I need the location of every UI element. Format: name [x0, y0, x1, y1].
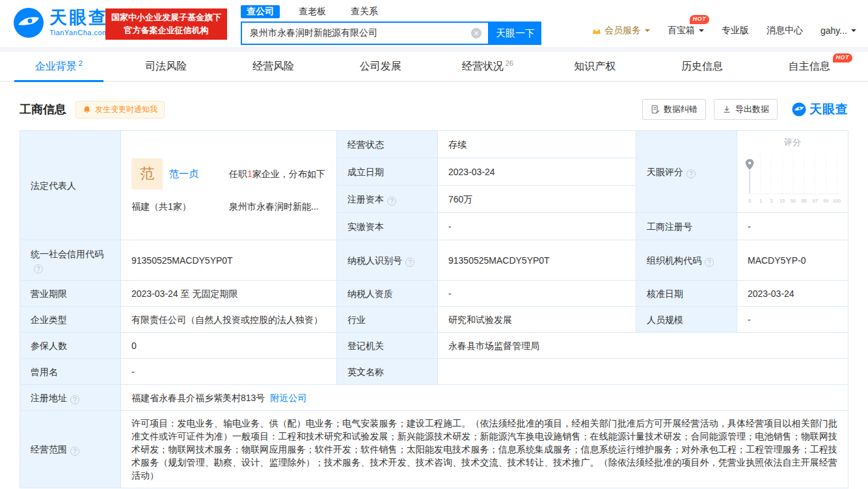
field-label-org-code: 组织机构代码 — [636, 240, 737, 281]
field-value-taxpayer-quality: - — [438, 281, 636, 307]
help-icon[interactable] — [34, 264, 43, 273]
field-label-registry-authority: 登记机关 — [337, 333, 438, 359]
crown-icon — [591, 26, 602, 35]
field-value-company-type: 有限责任公司（自然人投资或控股的法人独资） — [121, 307, 337, 333]
field-label-business-scope: 经营范围 — [20, 411, 121, 488]
field-label-business-term: 营业期限 — [20, 281, 121, 307]
field-value-legal-rep: 范 范一贞 任职1家企业，分布如下 福建（共1家） 泉州市永春润时新能... — [121, 131, 337, 240]
field-label-tianyan-score: 天眼评分 — [636, 131, 737, 213]
data-correction-button[interactable]: 数据纠错 — [642, 99, 706, 120]
certification-line-1: 国家中小企业发展子基金旗下 — [111, 11, 221, 24]
field-label-established: 成立日期 — [337, 158, 438, 186]
chevron-down-icon — [699, 29, 704, 35]
search-area: 查公司 查老板 查关系 天眼一下 — [241, 5, 541, 45]
tab-count: 2 — [79, 59, 83, 67]
section-title: 工商信息 — [20, 102, 66, 117]
svg-text:85: 85 — [802, 199, 807, 204]
tab-operating-status[interactable]: 经营状况26 — [434, 52, 541, 81]
score-marker-pin — [746, 159, 753, 193]
chevron-down-icon — [645, 29, 650, 35]
field-value-staff-size: - — [737, 307, 848, 333]
field-label-legal-rep: 法定代表人 — [20, 131, 121, 240]
legal-rep-company[interactable]: 泉州市永春润时新能... — [229, 200, 326, 213]
field-label-credit-code: 统一社会信用代码 — [20, 240, 121, 281]
score-gauge-chart: 0 1 3 15 50 85 97 99 100 — [741, 149, 847, 205]
field-label-registration-number: 工商注册号 — [636, 213, 737, 240]
download-icon — [722, 105, 731, 114]
certification-line-2: 官方备案企业征信机构 — [111, 24, 221, 37]
nav-message-center[interactable]: 消息中心 — [766, 25, 803, 36]
field-label-registered-address: 注册地址 — [20, 385, 121, 411]
svg-text:1: 1 — [759, 199, 762, 204]
business-info-table: 法定代表人 范 范一贞 任职1家企业，分布如下 福建（共1家） 泉州市永春润时新… — [20, 130, 848, 488]
field-value-business-scope: 许可项目：发电业务、输电业务、供（配）电业务；电气安装服务；建设工程施工。（依法… — [121, 411, 848, 488]
svg-text:15: 15 — [780, 199, 785, 204]
nav-member-services[interactable]: 会员服务 — [591, 25, 650, 36]
help-icon[interactable] — [686, 169, 696, 178]
legal-rep-name-link[interactable]: 范一贞 — [169, 167, 198, 180]
tianyancha-watermark: 天眼查 — [792, 101, 848, 118]
tab-judicial-risk[interactable]: 司法风险 — [113, 52, 220, 81]
search-input[interactable] — [242, 28, 471, 38]
field-label-taxpayer-quality: 纳税人资质 — [337, 281, 438, 307]
field-label-insured-count: 参保人数 — [20, 333, 121, 359]
field-label-approval-date: 核准日期 — [636, 281, 737, 307]
main-content: 工商信息 发生变更时通知我 数据纠错 — [0, 99, 868, 488]
field-label-company-type: 企业类型 — [20, 307, 121, 333]
watermark-brand-name: 天眼查 — [809, 101, 848, 118]
svg-text:100: 100 — [833, 199, 841, 204]
clear-search-icon[interactable] — [471, 28, 481, 38]
svg-text:97: 97 — [813, 199, 818, 204]
tab-operational-risk[interactable]: 经营风险 — [220, 52, 327, 81]
nav-pro-version[interactable]: 专业版 — [722, 25, 749, 36]
score-chart-title: 评分 — [741, 136, 844, 149]
help-icon[interactable] — [70, 395, 79, 404]
tab-self-info[interactable]: 自主信息 HOT — [755, 52, 863, 81]
tab-history-info[interactable]: 历史信息 — [649, 52, 756, 81]
search-box — [241, 21, 489, 45]
field-value-registered-address: 福建省永春县介福乡紫美村813号 附近公司 — [121, 385, 848, 411]
svg-text:0: 0 — [748, 199, 751, 204]
help-icon[interactable] — [705, 258, 714, 267]
legal-rep-avatar[interactable]: 范 — [131, 158, 163, 189]
hot-badge: HOT — [690, 15, 710, 24]
search-tab-relation[interactable]: 查关系 — [345, 5, 384, 18]
nav-user-account[interactable]: gahy... — [821, 25, 856, 36]
field-value-taxpayer-id: 91350525MACDY5YP0T — [438, 240, 636, 281]
tab-count: 26 — [506, 59, 513, 67]
field-value-registered-capital: 760万 — [438, 186, 636, 213]
tianyan-score-chart: 评分 — [737, 131, 848, 213]
field-value-english-name — [438, 359, 848, 385]
help-icon[interactable] — [405, 258, 414, 267]
nearby-companies-link[interactable]: 附近公司 — [270, 393, 306, 403]
export-data-button[interactable]: 导出数据 — [714, 99, 778, 120]
search-button[interactable]: 天眼一下 — [489, 21, 541, 45]
field-value-registry-authority: 永春县市场监督管理局 — [438, 333, 848, 359]
help-icon[interactable] — [387, 197, 396, 206]
tab-company-background[interactable]: 企业背景2 — [5, 52, 113, 81]
field-value-approval-date: 2023-03-24 — [737, 281, 848, 307]
search-tab-company[interactable]: 查公司 — [241, 5, 280, 18]
bell-icon — [83, 105, 91, 114]
field-value-insured-count: 0 — [121, 333, 337, 359]
notify-on-change-button[interactable]: 发生变更时通知我 — [75, 101, 165, 119]
svg-text:3: 3 — [770, 199, 773, 204]
document-edit-icon — [651, 105, 660, 114]
tab-intellectual-property[interactable]: 知识产权 — [541, 52, 649, 81]
field-label-registered-capital: 注册资本 — [337, 186, 438, 213]
search-tab-boss[interactable]: 查老板 — [293, 5, 332, 18]
logo-domain: TianYanCha.com — [49, 29, 109, 36]
tianyancha-logo-icon — [792, 102, 806, 117]
hot-badge: HOT — [833, 53, 853, 63]
certification-badge: 国家中小企业发展子基金旗下 官方备案企业征信机构 — [105, 8, 227, 40]
tab-company-development[interactable]: 公司发展 — [327, 52, 434, 81]
legal-rep-region[interactable]: 福建（共1家） — [131, 200, 229, 213]
field-value-credit-code: 91350525MACDY5YP0T — [121, 240, 337, 281]
top-navigation: 会员服务 HOT 百宝箱 专业版 消息中心 gahy... — [591, 25, 856, 36]
nav-toolbox[interactable]: HOT 百宝箱 — [668, 25, 704, 36]
header-divider — [0, 47, 868, 52]
tianyancha-logo[interactable]: 天眼查 TianYanCha.com — [13, 7, 109, 38]
field-label-staff-size: 人员规模 — [636, 307, 737, 333]
help-icon[interactable] — [70, 447, 79, 456]
svg-text:50: 50 — [791, 199, 796, 204]
